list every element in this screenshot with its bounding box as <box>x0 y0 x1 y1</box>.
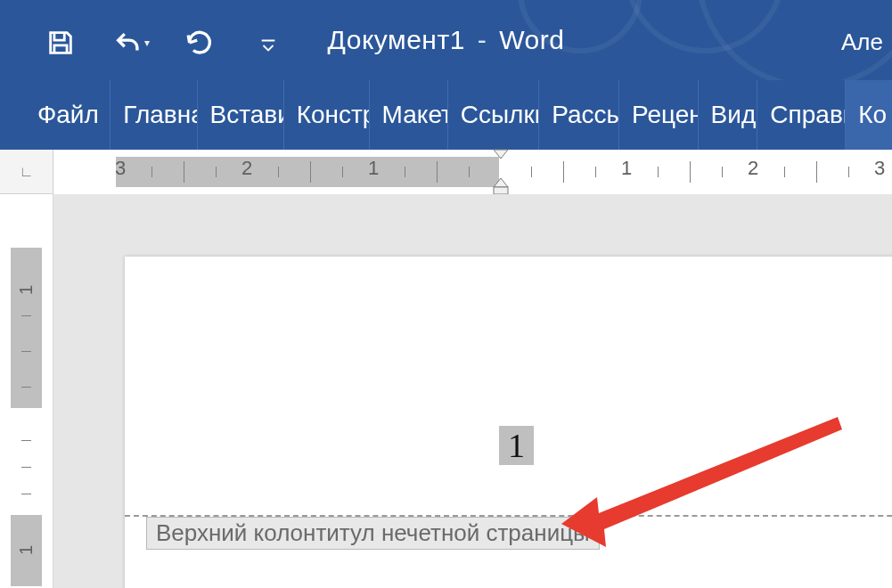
ruler-row: ∟ 3 2 1 1 2 3 <box>0 150 892 194</box>
ruler-number: 2 <box>748 157 758 180</box>
ruler-number: 3 <box>874 157 885 180</box>
tab-stop-icon: ∟ <box>20 164 34 180</box>
tab-label: Рассы <box>552 101 618 129</box>
title-separator: - <box>478 25 487 55</box>
tab-view[interactable]: Вид <box>698 80 757 150</box>
tab-label: Главна <box>123 101 196 129</box>
ruler-number: 3 <box>115 157 126 180</box>
tab-home[interactable]: Главна <box>110 80 196 150</box>
ruler-tick <box>21 387 31 388</box>
tab-label: Ссылки <box>461 101 539 129</box>
ruler-tick <box>690 161 691 183</box>
undo-icon <box>113 28 143 58</box>
tab-review[interactable]: Рецен <box>618 80 698 150</box>
ruler-number: 1 <box>16 264 37 316</box>
tab-design[interactable]: Констр <box>283 80 369 150</box>
ruler-number: 1 <box>16 524 37 576</box>
tab-label: Ко <box>858 101 887 129</box>
redo-icon <box>184 28 215 58</box>
tab-header-footer-tools[interactable]: Ко <box>845 80 892 150</box>
tab-label: Файл <box>37 101 99 129</box>
tab-references[interactable]: Ссылки <box>447 80 539 150</box>
ruler-tick <box>784 167 785 177</box>
ruler-tick <box>342 167 343 177</box>
ruler-tick <box>722 167 723 177</box>
ruler-tick <box>151 167 152 177</box>
ruler-number: 2 <box>241 157 252 180</box>
vertical-ruler[interactable]: 1 1 <box>0 194 53 588</box>
tab-label: Встави <box>210 101 283 129</box>
ruler-tick <box>278 167 279 177</box>
title-bar: ▾ Документ1 - Word Але <box>0 0 892 80</box>
ruler-number: 1 <box>621 157 632 180</box>
save-button[interactable] <box>43 25 78 61</box>
save-icon <box>45 28 76 58</box>
ruler-tab-selector[interactable]: ∟ <box>0 150 53 194</box>
tab-label: Справк <box>770 101 845 129</box>
ruler-tick <box>21 440 31 441</box>
ruler-tick <box>21 351 31 352</box>
account-name[interactable]: Але <box>841 29 883 56</box>
ruler-tick <box>437 161 438 183</box>
ruler-tick <box>848 167 849 177</box>
decorative-swirl <box>518 0 642 53</box>
undo-dropdown-caret-icon[interactable]: ▾ <box>144 37 150 49</box>
tab-insert[interactable]: Встави <box>197 80 283 150</box>
ruler-tick <box>21 315 31 316</box>
document-workspace: 1 1 1 Верхний колонтитул нечетной страни… <box>0 194 892 588</box>
ruler-tick <box>405 167 405 177</box>
chevron-down-bar-icon <box>258 36 278 55</box>
qat-customize-button[interactable] <box>258 36 278 59</box>
ruler-number: 1 <box>368 157 379 180</box>
ruler-tick <box>21 467 31 468</box>
tab-help[interactable]: Справк <box>757 80 845 150</box>
tab-mailings[interactable]: Рассы <box>538 80 618 150</box>
ruler-tick <box>563 161 564 183</box>
undo-button[interactable] <box>110 25 146 61</box>
tab-label: Макет <box>382 101 447 129</box>
tab-layout[interactable]: Макет <box>369 80 447 150</box>
ruler-tick <box>816 161 817 183</box>
tab-label: Вид <box>711 101 757 129</box>
ruler-tick <box>531 167 532 177</box>
page[interactable]: 1 Верхний колонтитул нечетной страницы <box>125 257 892 588</box>
document-canvas[interactable]: 1 Верхний колонтитул нечетной страницы <box>53 194 892 588</box>
quick-access-toolbar: ▾ <box>43 25 217 61</box>
header-section-label: Верхний колонтитул нечетной страницы <box>146 517 600 550</box>
horizontal-ruler[interactable]: 3 2 1 1 2 3 <box>53 150 892 194</box>
ruler-tick <box>658 167 659 177</box>
document-name: Документ1 <box>328 25 465 55</box>
ruler-tick <box>184 161 184 183</box>
ruler-tick <box>21 494 31 494</box>
page-number-field[interactable]: 1 <box>499 426 534 465</box>
ruler-tick <box>469 167 470 177</box>
ruler-margin-shade <box>116 157 499 187</box>
ruler-tick <box>595 167 596 177</box>
redo-button[interactable] <box>182 25 217 61</box>
ruler-tick <box>310 161 311 183</box>
tab-label: Констр <box>297 101 369 129</box>
ruler-tick <box>216 167 217 177</box>
ribbon-tabs: Файл Главна Встави Констр Макет Ссылки Р… <box>0 80 892 150</box>
tab-file[interactable]: Файл <box>0 80 110 150</box>
svg-rect-2 <box>494 187 508 194</box>
tab-label: Рецен <box>632 101 698 129</box>
